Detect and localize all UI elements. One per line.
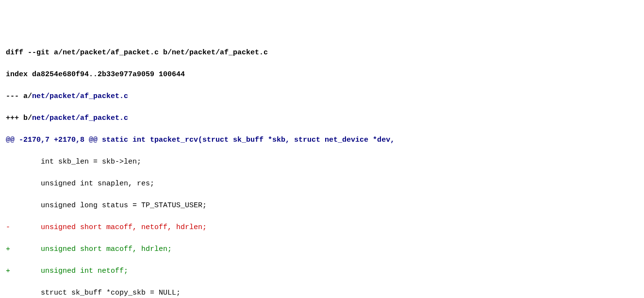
- diff-cmd-line: diff --git a/net/packet/af_packet.c b/ne…: [6, 48, 638, 59]
- diff-minus-prefix: --- a/: [6, 92, 32, 100]
- hunk1-ctx-line: unsigned long status = TP_STATUS_USER;: [6, 200, 638, 212]
- hunk1-add-line: + unsigned short macoff, hdrlen;: [6, 244, 638, 255]
- diff-file-a-line: --- a/net/packet/af_packet.c: [6, 91, 638, 102]
- diff-file-b-line: +++ b/net/packet/af_packet.c: [6, 113, 638, 124]
- hunk1-ctx-line: struct sk_buff *copy_skb = NULL;: [6, 288, 638, 298]
- diff-path-b-link[interactable]: net/packet/af_packet.c: [32, 114, 128, 122]
- hunk1-ctx-line: int skb_len = skb->len;: [6, 157, 638, 168]
- hunk1-add-line: + unsigned int netoff;: [6, 266, 638, 277]
- diff-index-line: index da8254e680f94..2b33e977a9059 10064…: [6, 69, 638, 81]
- hunk1-header: @@ -2170,7 +2170,8 @@ static int tpacket…: [6, 135, 638, 146]
- hunk1-ctx-line: unsigned int snaplen, res;: [6, 179, 638, 190]
- hunk1-del-line: - unsigned short macoff, netoff, hdrlen;: [6, 222, 638, 233]
- diff-path-a-link[interactable]: net/packet/af_packet.c: [32, 92, 128, 100]
- diff-plus-prefix: +++ b/: [6, 114, 32, 122]
